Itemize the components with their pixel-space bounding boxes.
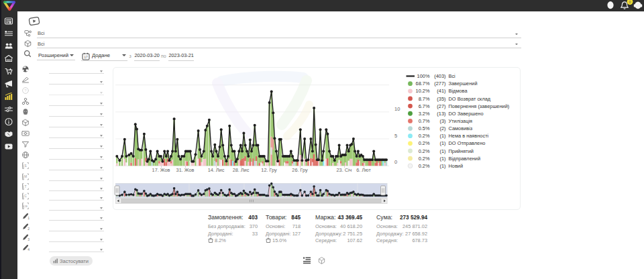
svg-text:6.7%: 6.7% bbox=[419, 103, 430, 109]
svg-text:0.2%: 0.2% bbox=[419, 148, 430, 154]
svg-text:?: ? bbox=[24, 89, 27, 93]
svg-text:(2): (2) bbox=[439, 125, 445, 131]
svg-text:Завершений: Завершений bbox=[449, 80, 478, 87]
svg-text:(3): (3) bbox=[439, 118, 445, 124]
svg-text:CB: CB bbox=[23, 205, 28, 208]
svg-text:(27): (27) bbox=[437, 103, 445, 109]
svg-text:(1): (1) bbox=[439, 133, 445, 139]
svg-text:10: 10 bbox=[394, 106, 400, 112]
svg-text:17. Жов: 17. Жов bbox=[152, 167, 170, 173]
svg-text:Самовивіз: Самовивіз bbox=[449, 125, 473, 131]
svg-text:0.2%: 0.2% bbox=[419, 140, 430, 146]
svg-text:Нема в наявності: Нема в наявності bbox=[449, 133, 489, 139]
svg-text:C: C bbox=[24, 194, 27, 198]
svg-text:DO Отправлено: DO Отправлено bbox=[449, 140, 486, 146]
svg-text:3: 3 bbox=[28, 237, 30, 241]
svg-text:0.7%: 0.7% bbox=[419, 118, 430, 124]
svg-text:Відправлений: Відправлений bbox=[449, 156, 481, 162]
svg-text:(41): (41) bbox=[437, 88, 445, 94]
svg-text:10.2%: 10.2% bbox=[416, 88, 430, 94]
svg-text:(1): (1) bbox=[439, 163, 445, 169]
svg-text:Відмова: Відмова bbox=[449, 88, 468, 94]
svg-text:0: 0 bbox=[394, 159, 397, 165]
svg-text:Повернення (завершений): Повернення (завершений) bbox=[449, 103, 510, 109]
svg-text:17: 17 bbox=[84, 55, 88, 59]
svg-text:0: 0 bbox=[629, 0, 631, 4]
svg-text:8.7%: 8.7% bbox=[419, 96, 430, 102]
svg-text:0.5%: 0.5% bbox=[419, 125, 430, 131]
svg-text:T: T bbox=[24, 184, 26, 188]
svg-text:M: M bbox=[24, 174, 27, 178]
svg-text:Прийнятий: Прийнятий bbox=[449, 148, 474, 154]
svg-text:23. Січ: 23. Січ bbox=[337, 167, 352, 173]
svg-text:DO Возврат склад: DO Возврат склад bbox=[449, 96, 491, 102]
svg-text:S: S bbox=[24, 164, 27, 168]
svg-text:1: 1 bbox=[28, 216, 30, 220]
svg-text:(13): (13) bbox=[437, 111, 445, 117]
svg-text:DO Завершено: DO Завершено bbox=[449, 111, 484, 117]
svg-text:3.2%: 3.2% bbox=[419, 111, 430, 117]
svg-text:(1): (1) bbox=[439, 156, 445, 162]
svg-text:(403): (403) bbox=[434, 73, 445, 79]
svg-text:4: 4 bbox=[28, 247, 30, 252]
svg-text:Утилізація: Утилізація bbox=[449, 118, 473, 124]
svg-text:0.2%: 0.2% bbox=[419, 163, 430, 169]
svg-text:(1): (1) bbox=[439, 148, 445, 154]
svg-text:31. Жов: 31. Жов bbox=[176, 167, 195, 173]
svg-text:0.2%: 0.2% bbox=[419, 133, 430, 139]
svg-text:(277): (277) bbox=[434, 80, 445, 87]
svg-text:100%: 100% bbox=[417, 73, 430, 79]
svg-text:68.7%: 68.7% bbox=[416, 80, 430, 87]
svg-text:5: 5 bbox=[394, 133, 397, 139]
svg-text:(1): (1) bbox=[439, 140, 445, 146]
svg-text:2: 2 bbox=[28, 227, 30, 231]
svg-text:0.2%: 0.2% bbox=[419, 156, 430, 162]
svg-text:Новий: Новий bbox=[449, 163, 464, 169]
svg-text:Всі: Всі bbox=[449, 73, 456, 79]
svg-text:(35): (35) bbox=[437, 96, 445, 102]
